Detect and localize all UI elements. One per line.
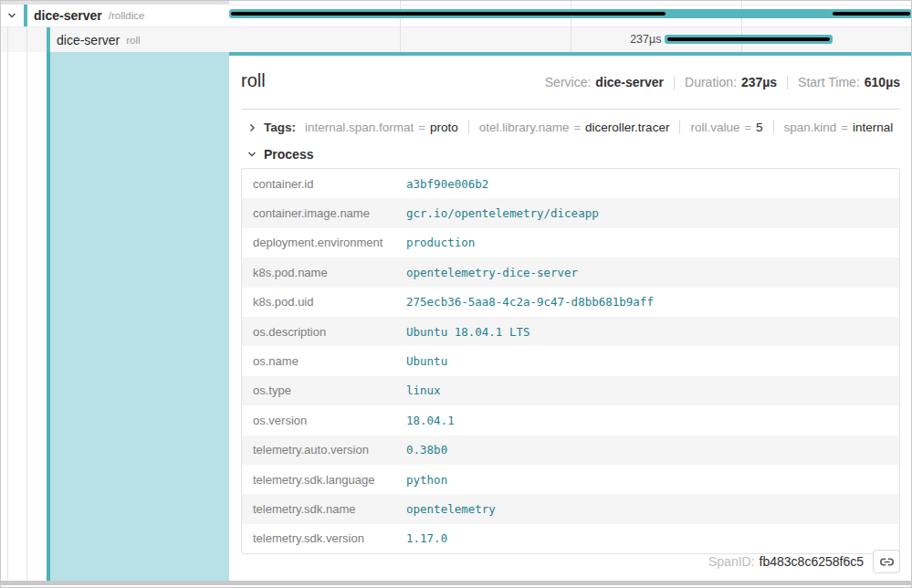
- tag-item: roll.value = 5: [690, 121, 762, 134]
- table-row: telemetry.auto.version 0.38b0: [242, 436, 899, 465]
- kv-key: telemetry.sdk.version: [242, 531, 406, 545]
- tag-separator: [773, 121, 774, 134]
- kv-key: deployment.environment: [242, 236, 406, 249]
- span-id-value: fb483c8c6258f6c5: [760, 554, 864, 569]
- service-color-bar: [24, 5, 27, 26]
- kv-key: telemetry.sdk.language: [242, 473, 406, 487]
- tag-separator: [679, 121, 680, 134]
- table-row: container.image.name gcr.io/opentelemetr…: [242, 198, 899, 227]
- kv-value: production: [406, 236, 475, 249]
- link-icon: [879, 554, 895, 570]
- copy-deep-link-button[interactable]: [873, 550, 900, 573]
- kv-key: k8s.pod.uid: [242, 295, 406, 309]
- tree-indent-guide: [26, 26, 27, 581]
- kv-value: gcr.io/opentelemetry/diceapp: [406, 206, 599, 220]
- tag-value: diceroller.tracer: [585, 121, 669, 134]
- table-row: os.type linux: [242, 376, 899, 405]
- parent-span-bar[interactable]: [229, 9, 912, 18]
- span-title: roll: [241, 70, 266, 91]
- span-duration-label: 237µs: [630, 33, 661, 46]
- span-service-name: dice-server: [34, 8, 102, 23]
- kv-value: Ubuntu: [406, 354, 447, 368]
- selected-span-bar-core: [667, 37, 830, 41]
- span-tree-row-rolldice[interactable]: dice-server /rolldice: [1, 5, 229, 26]
- span-detail-header: roll Service: dice-server Duration: 237µ…: [241, 56, 900, 103]
- tag-item: span.kind = internal: [784, 121, 894, 134]
- tags-label: Tags:: [264, 121, 296, 134]
- kv-key: os.description: [242, 325, 406, 339]
- process-key-value-table: container.id a3bf90e006b2 container.imag…: [241, 168, 900, 554]
- span-detail-footer: SpanID: fb483c8c6258f6c5: [708, 550, 900, 573]
- service-label: Service:: [545, 75, 592, 89]
- table-row: telemetry.sdk.name opentelemetry: [242, 494, 899, 523]
- tag-key: span.kind: [784, 121, 837, 134]
- meta-separator: [674, 76, 675, 89]
- parent-span-bar-core: [833, 12, 910, 16]
- selected-span-bar[interactable]: [665, 35, 833, 44]
- kv-value: linux: [406, 383, 441, 397]
- tree-indent-guide: [7, 26, 8, 581]
- table-row: deployment.environment production: [242, 228, 899, 257]
- chevron-right-icon: [246, 122, 257, 133]
- tag-separator: [468, 121, 469, 134]
- tag-key: internal.span.format: [305, 121, 414, 134]
- kv-value: python: [406, 473, 447, 487]
- tag-equals: =: [841, 121, 848, 134]
- tag-value: proto: [430, 121, 458, 134]
- process-label: Process: [264, 147, 313, 162]
- tag-equals: =: [418, 121, 425, 134]
- kv-value: Ubuntu 18.04.1 LTS: [406, 325, 529, 339]
- duration-value: 237µs: [741, 75, 777, 89]
- selected-subtree-fill: [50, 52, 229, 583]
- kv-value: opentelemetry: [406, 502, 496, 516]
- kv-key: telemetry.sdk.name: [242, 502, 406, 516]
- span-operation-name: /rolldice: [109, 10, 145, 21]
- span-id-label: SpanID:: [708, 554, 755, 569]
- duration-label: Duration:: [685, 75, 737, 89]
- tag-value: internal: [853, 121, 893, 134]
- service-color-bar: [47, 27, 50, 52]
- kv-value: 18.04.1: [406, 414, 455, 427]
- chevron-down-icon[interactable]: [6, 10, 17, 21]
- span-detail-panel: roll Service: dice-server Duration: 237µ…: [229, 52, 912, 583]
- span-service-name: dice-server: [57, 33, 120, 47]
- kv-key: container.id: [242, 177, 406, 191]
- process-accordion[interactable]: Process: [241, 142, 900, 166]
- tag-item: otel.library.name = diceroller.tracer: [479, 121, 670, 134]
- jaeger-trace-detail-window: dice-server /rolldice dice-server roll 2…: [0, 0, 912, 588]
- table-row: os.description Ubuntu 18.04.1 LTS: [242, 317, 899, 346]
- span-operation-name: roll: [126, 35, 140, 46]
- table-row: k8s.pod.uid 275ecb36-5aa8-4c2a-9c47-d8bb…: [242, 288, 899, 317]
- kv-key: container.image.name: [242, 206, 406, 220]
- table-row: k8s.pod.name opentelemetry-dice-server: [242, 257, 899, 287]
- table-row: container.id a3bf90e006b2: [242, 169, 899, 198]
- kv-key: os.version: [242, 414, 406, 427]
- table-row: telemetry.sdk.language python: [242, 465, 899, 494]
- kv-key: os.name: [242, 354, 406, 368]
- chevron-down-icon: [246, 149, 257, 160]
- span-tree-row-roll[interactable]: dice-server roll: [1, 27, 229, 52]
- meta-separator: [787, 76, 788, 89]
- tag-equals: =: [574, 121, 582, 134]
- kv-key: telemetry.auto.version: [242, 443, 406, 457]
- tag-item: internal.span.format = proto: [305, 121, 458, 134]
- tag-key: roll.value: [690, 121, 739, 134]
- header-divider: [241, 109, 900, 110]
- start-time-value: 610µs: [865, 75, 900, 89]
- tag-value: 5: [756, 121, 763, 134]
- window-bottom-edge: [1, 581, 911, 585]
- tags-accordion[interactable]: Tags: internal.span.format = proto otel.…: [241, 112, 900, 142]
- start-time-label: Start Time:: [798, 75, 860, 89]
- span-meta: Service: dice-server Duration: 237µs Sta…: [545, 75, 900, 89]
- service-value: dice-server: [595, 75, 664, 89]
- kv-key: os.type: [242, 383, 406, 397]
- kv-value: opentelemetry-dice-server: [406, 266, 578, 279]
- table-row: os.name Ubuntu: [242, 346, 899, 375]
- tag-key: otel.library.name: [479, 121, 570, 134]
- tag-equals: =: [744, 121, 751, 134]
- trace-timeline: 237µs: [229, 1, 912, 52]
- kv-value: 0.38b0: [406, 443, 447, 457]
- kv-value: 1.17.0: [406, 531, 447, 545]
- kv-value: a3bf90e006b2: [406, 177, 488, 191]
- kv-key: k8s.pod.name: [242, 266, 406, 279]
